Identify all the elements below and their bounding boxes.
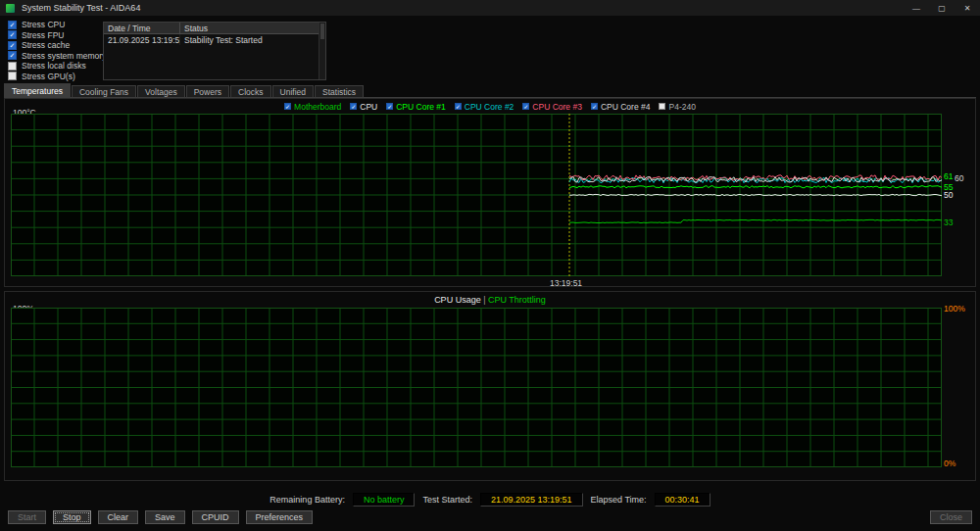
- stop-button[interactable]: Stop: [53, 510, 91, 524]
- legend-label: Motherboard: [294, 102, 341, 112]
- close-window-button[interactable]: ✕: [955, 0, 980, 16]
- throttling-axis-max-label: 100%: [944, 305, 965, 314]
- elapsed-time-label: Elapsed Time:: [591, 495, 647, 505]
- log-table-header: Date / Time Status: [104, 23, 325, 34]
- log-column-status[interactable]: Status: [180, 23, 325, 33]
- minimize-button[interactable]: —: [904, 0, 929, 16]
- current-value-label: 61: [944, 172, 953, 180]
- legend-label: CPU Core #2: [465, 102, 514, 112]
- current-value-label: 50: [944, 191, 953, 199]
- button-bar: Start Stop Clear Save CPUID Preferences …: [8, 509, 972, 525]
- legend-item-motherboard[interactable]: ✓Motherboard: [284, 102, 341, 112]
- scrollbar-thumb[interactable]: [320, 24, 324, 39]
- stress-option-stress-gpu-s[interactable]: Stress GPU(s): [8, 72, 106, 82]
- legend-item-p4-240[interactable]: P4-240: [659, 102, 695, 112]
- current-value-label: 33: [944, 218, 953, 226]
- checkbox-icon[interactable]: [8, 72, 17, 80]
- checkbox-icon[interactable]: ✓: [386, 103, 393, 110]
- window-controls: — ▢ ✕: [904, 0, 980, 16]
- stress-option-stress-cpu[interactable]: ✓Stress CPU: [8, 20, 106, 30]
- usage-title-part: |: [481, 295, 488, 305]
- tab-clocks[interactable]: Clocks: [230, 85, 271, 97]
- close-button[interactable]: Close: [930, 510, 972, 524]
- temperature-current-values: 6160555033: [944, 114, 979, 276]
- stress-option-stress-local-disks[interactable]: Stress local disks: [8, 61, 106, 72]
- app-window: System Stability Test - AIDA64 — ▢ ✕ ✓St…: [0, 0, 980, 531]
- elapsed-time-value: 00:30:41: [655, 493, 710, 507]
- legend-item-cpu-core-3[interactable]: ✓CPU Core #3: [522, 102, 582, 112]
- log-column-datetime[interactable]: Date / Time: [104, 23, 180, 33]
- log-table-scrollbar[interactable]: [318, 23, 325, 79]
- titlebar: System Stability Test - AIDA64 — ▢ ✕: [0, 0, 980, 16]
- battery-value: No battery: [353, 493, 416, 507]
- tab-temperatures[interactable]: Temperatures: [4, 83, 71, 97]
- tab-voltages[interactable]: Voltages: [137, 85, 185, 97]
- legend-label: CPU Core #3: [532, 102, 582, 112]
- stress-option-label: Stress FPU: [22, 30, 64, 40]
- tab-statistics[interactable]: Statistics: [315, 85, 364, 97]
- usage-panel: CPU Usage | CPU Throttling 100% 0% 100% …: [4, 291, 976, 481]
- stress-option-stress-fpu[interactable]: ✓Stress FPU: [8, 30, 106, 41]
- tab-unified[interactable]: Unified: [272, 85, 314, 97]
- throttling-axis-min-label: 0%: [944, 459, 956, 468]
- log-table: Date / Time Status 21.09.2025 13:19:51 S…: [103, 22, 326, 80]
- stress-option-label: Stress cache: [22, 40, 70, 50]
- save-button[interactable]: Save: [145, 510, 185, 524]
- log-cell-status: Stability Test: Started: [180, 34, 325, 45]
- legend-label: CPU Core #1: [396, 102, 446, 112]
- legend-item-cpu[interactable]: ✓CPU: [350, 102, 377, 112]
- usage-title-part: CPU Usage: [434, 295, 481, 305]
- test-started-label: Test Started:: [422, 495, 472, 505]
- test-start-time-label: 13:19:51: [550, 278, 582, 288]
- checkbox-icon[interactable]: ✓: [8, 41, 17, 50]
- stress-options: ✓Stress CPU✓Stress FPU✓Stress cache✓Stre…: [8, 20, 106, 81]
- temperature-panel: ✓Motherboard✓CPU✓CPU Core #1✓CPU Core #2…: [4, 98, 976, 287]
- checkbox-icon[interactable]: ✓: [350, 103, 357, 110]
- test-started-value: 21.09.2025 13:19:51: [480, 493, 583, 507]
- checkbox-icon[interactable]: [8, 62, 17, 71]
- clear-button[interactable]: Clear: [98, 510, 139, 524]
- log-table-row[interactable]: 21.09.2025 13:19:51 Stability Test: Star…: [104, 34, 325, 45]
- checkbox-icon[interactable]: ✓: [591, 103, 598, 110]
- temperature-chart: [11, 114, 942, 276]
- preferences-button[interactable]: Preferences: [246, 510, 314, 524]
- checkbox-icon[interactable]: ✓: [8, 21, 17, 29]
- tab-powers[interactable]: Powers: [186, 85, 229, 97]
- stress-option-stress-system-memory[interactable]: ✓Stress system memory: [8, 51, 106, 62]
- stress-option-label: Stress GPU(s): [22, 72, 75, 81]
- aida64-app-icon: [6, 4, 15, 13]
- cpu-usage-chart: [11, 308, 942, 467]
- legend-item-cpu-core-4[interactable]: ✓CPU Core #4: [591, 102, 651, 112]
- status-bar: Remaining Battery: No battery Test Start…: [0, 493, 980, 507]
- checkbox-icon[interactable]: ✓: [8, 30, 17, 39]
- stress-option-label: Stress CPU: [22, 20, 65, 29]
- current-value-label: 60: [955, 174, 963, 182]
- battery-label: Remaining Battery:: [270, 495, 345, 505]
- checkbox-icon[interactable]: ✓: [8, 51, 17, 60]
- stress-option-stress-cache[interactable]: ✓Stress cache: [8, 40, 106, 51]
- legend-label: CPU: [360, 102, 377, 112]
- temperature-legend: ✓Motherboard✓CPU✓CPU Core #1✓CPU Core #2…: [5, 101, 975, 112]
- checkbox-icon[interactable]: ✓: [455, 103, 462, 110]
- start-button[interactable]: Start: [8, 510, 46, 524]
- tab-bar: TemperaturesCooling FansVoltagesPowersCl…: [4, 84, 976, 98]
- stress-option-label: Stress local disks: [22, 61, 86, 71]
- checkbox-icon[interactable]: ✓: [284, 103, 291, 110]
- log-cell-datetime: 21.09.2025 13:19:51: [104, 34, 180, 45]
- usage-title-part: CPU Throttling: [488, 295, 546, 305]
- legend-label: P4-240: [668, 102, 695, 112]
- legend-label: CPU Core #4: [601, 102, 651, 112]
- stress-option-label: Stress system memory: [22, 51, 106, 61]
- legend-item-cpu-core-2[interactable]: ✓CPU Core #2: [455, 102, 514, 112]
- checkbox-icon[interactable]: ✓: [522, 103, 529, 110]
- usage-chart-title: CPU Usage | CPU Throttling: [5, 295, 975, 305]
- legend-item-cpu-core-1[interactable]: ✓CPU Core #1: [386, 102, 446, 112]
- checkbox-icon[interactable]: [659, 103, 665, 110]
- window-title: System Stability Test - AIDA64: [22, 3, 140, 13]
- cpuid-button[interactable]: CPUID: [192, 510, 239, 524]
- maximize-button[interactable]: ▢: [929, 0, 955, 16]
- tab-cooling-fans[interactable]: Cooling Fans: [72, 85, 136, 97]
